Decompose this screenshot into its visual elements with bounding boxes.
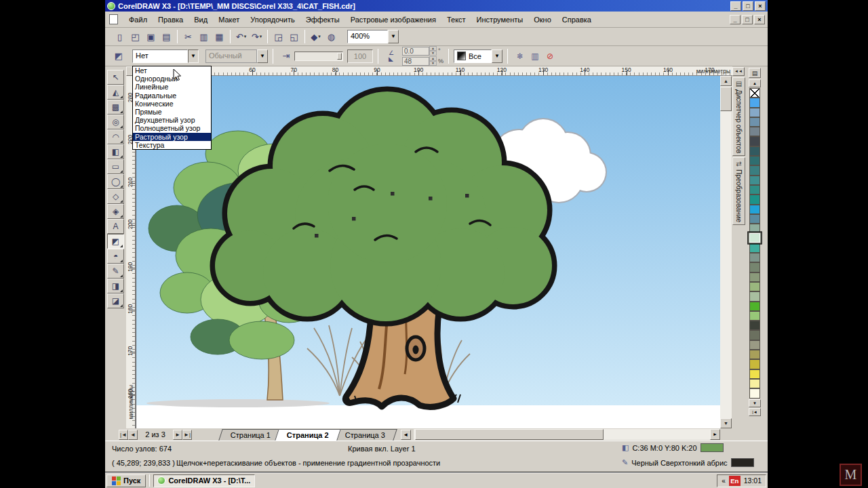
palette-menu-icon[interactable]: ▤	[749, 68, 761, 78]
first-page-button[interactable]: |◄	[119, 430, 128, 440]
menu-item[interactable]: Справка	[557, 14, 597, 26]
palette-swatch[interactable]	[749, 156, 760, 165]
palette-scroll-down-icon[interactable]: ▼	[749, 399, 761, 407]
outline-tool[interactable]: ✎	[107, 264, 124, 279]
vertical-scroll-thumb[interactable]	[720, 87, 732, 111]
palette-swatch[interactable]	[749, 302, 760, 311]
palette-swatch[interactable]	[749, 262, 760, 272]
dropdown-item[interactable]: Радиальные	[133, 92, 211, 100]
palette-swatch[interactable]	[749, 340, 760, 350]
palette-swatch[interactable]	[749, 127, 760, 136]
palette-swatch[interactable]	[749, 253, 760, 262]
palette-swatch[interactable]	[749, 117, 760, 127]
horizontal-scroll-thumb[interactable]	[415, 429, 604, 440]
palette-scroll-up-icon[interactable]: ▲	[749, 79, 761, 87]
dropdown-item[interactable]: Полноцветный узор	[133, 124, 211, 132]
page-tab[interactable]: Страница 1	[218, 429, 283, 441]
palette-swatch[interactable]	[749, 98, 760, 107]
edge-pad-field[interactable]: 48	[402, 57, 429, 66]
palette-swatch[interactable]	[749, 205, 760, 214]
palette-swatch[interactable]	[749, 388, 760, 398]
menu-item[interactable]: Окно	[528, 14, 557, 26]
start-button[interactable]: Пуск	[106, 474, 146, 487]
smart-fill-tool[interactable]: ◧	[107, 144, 124, 159]
palette-swatch[interactable]	[749, 88, 760, 98]
transparency-type-value[interactable]: Нет	[132, 49, 188, 63]
palette-swatch[interactable]	[749, 311, 760, 321]
collapse-dockers-button[interactable]: ◄◄	[732, 67, 745, 76]
freeze-transparency-button[interactable]: ❄	[513, 49, 528, 64]
menu-item[interactable]: Инструменты	[471, 14, 529, 26]
maximize-button[interactable]: □	[743, 1, 753, 11]
palette-swatch[interactable]	[749, 185, 760, 195]
interactive-fill-tool[interactable]: ◪	[107, 293, 124, 308]
palette-swatch[interactable]	[749, 321, 760, 330]
dropdown-item[interactable]: Нет	[133, 66, 211, 75]
document-minimize-button[interactable]: _	[730, 15, 741, 24]
palette-swatch[interactable]	[749, 108, 760, 117]
docker-tab[interactable]: ▤Диспетчер объектов	[732, 77, 745, 156]
palette-swatch[interactable]	[749, 330, 760, 340]
palette-swatch[interactable]	[749, 214, 760, 224]
scroll-right-icon[interactable]: ►	[710, 429, 720, 440]
remove-transparency-button[interactable]: ⊘	[542, 49, 557, 64]
transparency-midpoint-slider[interactable]	[294, 52, 343, 61]
palette-swatch[interactable]	[749, 369, 760, 379]
palette-swatch[interactable]	[749, 146, 760, 156]
document-restore-button[interactable]: □	[742, 15, 753, 24]
transparency-target-combo[interactable]: Все ▼	[454, 49, 502, 63]
menu-item[interactable]: Эффекты	[300, 14, 345, 26]
coreldraw-task-button[interactable]: CorelDRAW X3 - [D:\T...	[153, 474, 255, 487]
palette-swatch[interactable]	[748, 232, 761, 244]
menu-item[interactable]: Текст	[441, 14, 471, 26]
dropdown-item[interactable]: Линейные	[133, 83, 211, 91]
zoom-combo-arrow-icon[interactable]: ▼	[388, 30, 399, 43]
palette-swatch[interactable]	[749, 282, 760, 291]
horizontal-ruler[interactable]: миллиметры 60708090100110120130140150160…	[136, 66, 732, 76]
paste-button[interactable]: ▦	[212, 29, 227, 44]
palette-swatch[interactable]	[749, 272, 760, 282]
rectangle-tool[interactable]: ▭	[107, 159, 124, 174]
menu-item[interactable]: Растровые изображения	[345, 14, 441, 26]
pick-tool[interactable]: ↖	[107, 70, 124, 85]
menu-item[interactable]: Упорядочить	[245, 14, 300, 26]
document-close-button[interactable]: ×	[754, 15, 765, 24]
scroll-up-icon[interactable]: ▲	[720, 76, 732, 86]
next-page-button[interactable]: ►	[173, 430, 182, 440]
interactive-transparency-tool[interactable]: ◩	[107, 234, 124, 249]
angle-spinner[interactable]: ▲▼	[429, 46, 437, 56]
dropdown-item[interactable]: Двухцветный узор	[133, 116, 211, 124]
horizontal-scrollbar[interactable]: ►	[414, 429, 720, 440]
dropdown-item[interactable]: Растровый узор	[133, 133, 211, 141]
zoom-level-combo[interactable]: 400% ▼	[347, 30, 399, 43]
close-button[interactable]: ×	[755, 1, 766, 11]
copy-transparency-button[interactable]: ▥	[528, 49, 542, 64]
eyedropper-tool[interactable]: ◓	[107, 249, 124, 264]
polygon-tool[interactable]: ◇	[107, 189, 124, 204]
transparency-target-value[interactable]: Все	[454, 49, 492, 63]
docker-tab[interactable]: ⇄Преобразование	[732, 157, 745, 225]
palette-swatch[interactable]	[749, 350, 760, 359]
undo-button[interactable]: ↶▾	[233, 29, 249, 44]
redo-button[interactable]: ↷▾	[249, 29, 264, 44]
menu-item[interactable]: Вид	[189, 14, 213, 26]
drawing-area[interactable]	[136, 76, 720, 428]
palette-swatch[interactable]	[749, 176, 760, 185]
shape-tool[interactable]: ◭	[107, 85, 124, 100]
crop-tool[interactable]: ▩	[107, 100, 124, 115]
palette-swatch[interactable]	[749, 195, 760, 204]
page-tab[interactable]: Страница 3	[333, 429, 397, 441]
minimize-button[interactable]: _	[730, 1, 741, 11]
palette-swatch[interactable]	[749, 379, 760, 388]
dropdown-item[interactable]: Конические	[133, 100, 211, 108]
zoom-level-value[interactable]: 400%	[347, 30, 388, 43]
transparency-type-combo[interactable]: Нет ▼	[132, 49, 199, 63]
text-tool[interactable]: А	[107, 219, 124, 234]
palette-swatch[interactable]	[749, 136, 760, 146]
save-button[interactable]: ▣	[143, 29, 159, 44]
last-page-button[interactable]: ►|	[182, 430, 192, 440]
ellipse-tool[interactable]: ◯	[107, 174, 124, 189]
edge-spinner[interactable]: ▲▼	[429, 56, 437, 66]
import-button[interactable]: ◲	[271, 29, 286, 44]
language-indicator[interactable]: En	[729, 476, 741, 486]
